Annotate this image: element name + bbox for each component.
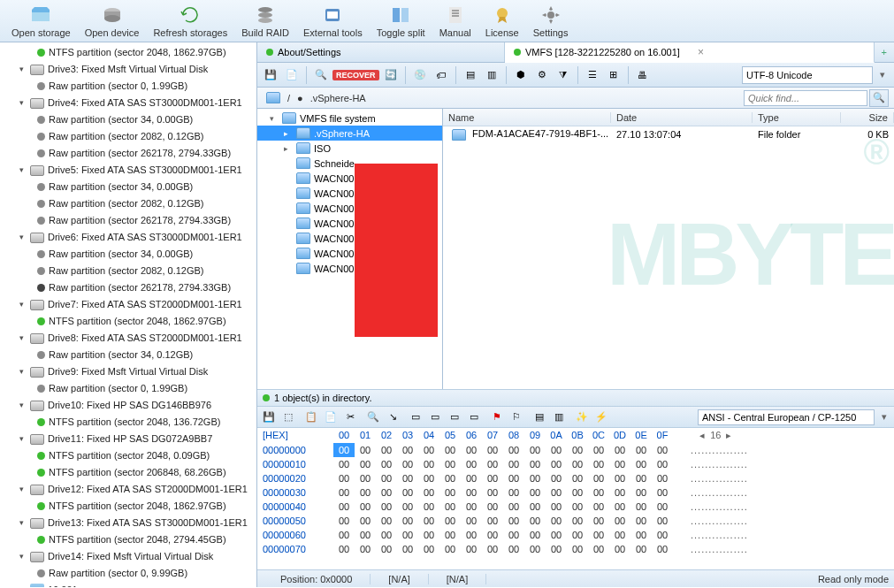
hex-byte[interactable]: 00 bbox=[355, 514, 376, 528]
paste-icon[interactable]: 📄 bbox=[323, 409, 339, 425]
toolbar-settings-button[interactable]: Settings bbox=[526, 3, 576, 40]
hex-byte[interactable]: 00 bbox=[355, 457, 376, 471]
tab-0[interactable]: About/Settings bbox=[257, 42, 505, 62]
hex-byte[interactable]: 00 bbox=[333, 514, 355, 528]
hex-view[interactable]: [HEX]000102030405060708090A0B0C0D0E0F◂ 1… bbox=[257, 428, 894, 569]
partition-node[interactable]: Raw partition (sector 2082, 0.12GB) bbox=[0, 263, 256, 279]
hex-byte[interactable]: 00 bbox=[397, 528, 418, 542]
hex-byte[interactable]: 00 bbox=[630, 485, 652, 500]
print-icon[interactable]: 🖶 bbox=[633, 65, 653, 85]
toolbar-tools-button[interactable]: External tools bbox=[296, 3, 370, 40]
hex-byte[interactable]: 00 bbox=[588, 514, 609, 528]
hex-byte[interactable]: 00 bbox=[333, 485, 355, 500]
hex-byte[interactable]: 00 bbox=[567, 443, 588, 457]
partition-node[interactable]: NTFS partition (sector 2048, 0.09GB) bbox=[0, 447, 256, 464]
hex-byte[interactable]: 00 bbox=[630, 528, 652, 542]
hex-byte[interactable]: 00 bbox=[397, 500, 418, 514]
hex-byte[interactable]: 00 bbox=[524, 514, 546, 528]
hex-byte[interactable]: 00 bbox=[461, 500, 482, 514]
hex-byte[interactable]: 00 bbox=[524, 457, 546, 471]
hex-byte[interactable]: 00 bbox=[461, 542, 482, 556]
hex-byte[interactable]: 00 bbox=[652, 471, 673, 485]
hex-byte[interactable]: 00 bbox=[567, 471, 588, 485]
panel-icon[interactable]: ▤ bbox=[531, 409, 547, 425]
hex-byte[interactable]: 00 bbox=[546, 485, 567, 500]
hex-byte[interactable]: 00 bbox=[567, 528, 588, 542]
hex-byte[interactable]: 00 bbox=[333, 542, 355, 556]
disk4-icon[interactable]: ▭ bbox=[466, 409, 482, 425]
toolbar-split-button[interactable]: Toggle split bbox=[370, 3, 432, 40]
hex-byte[interactable]: 00 bbox=[652, 514, 673, 528]
recover-button[interactable]: RECOVER bbox=[332, 70, 379, 80]
hex-byte[interactable]: 00 bbox=[418, 485, 439, 500]
column-header[interactable]: Date bbox=[611, 112, 753, 123]
hex-byte[interactable]: 00 bbox=[588, 457, 609, 471]
tree-icon[interactable]: ⊞ bbox=[604, 65, 623, 85]
hex-byte[interactable]: 00 bbox=[524, 528, 546, 542]
hex-byte[interactable]: 00 bbox=[418, 514, 439, 528]
hex-byte[interactable]: 00 bbox=[482, 514, 503, 528]
hex-byte[interactable]: 00 bbox=[609, 471, 630, 485]
hex-byte[interactable]: 00 bbox=[503, 485, 524, 500]
cols-icon[interactable]: ▥ bbox=[482, 65, 501, 85]
hex-byte[interactable]: 00 bbox=[397, 443, 418, 457]
hex-byte[interactable]: 00 bbox=[503, 528, 524, 542]
hex-pager[interactable]: ◂ 16 ▸ bbox=[699, 430, 732, 441]
partition-node[interactable]: Raw partition (sector 2082, 0.12GB) bbox=[0, 195, 256, 212]
save-as-icon[interactable]: 📄 bbox=[282, 65, 302, 85]
hex-byte[interactable]: 00 bbox=[482, 485, 503, 500]
hex-byte[interactable]: 00 bbox=[376, 542, 397, 556]
hex-byte[interactable]: 00 bbox=[439, 528, 461, 542]
hex-byte[interactable]: 00 bbox=[461, 528, 482, 542]
hex-byte[interactable]: 00 bbox=[503, 514, 524, 528]
drive-node[interactable]: ▾Drive6: Fixed ATA SAS ST3000DM001-1ER1 bbox=[0, 229, 256, 246]
filter-icon[interactable]: ⧩ bbox=[554, 65, 573, 85]
partition-node[interactable]: Raw partition (sector 2082, 0.12GB) bbox=[0, 128, 256, 145]
hex-byte[interactable]: 00 bbox=[609, 457, 630, 471]
partition-node[interactable]: Raw partition (sector 262178, 2794.33GB) bbox=[0, 279, 256, 296]
toolbar-device-button[interactable]: Open device bbox=[78, 3, 147, 40]
save-icon[interactable]: 💾 bbox=[261, 65, 280, 85]
drive-node[interactable]: ▾Drive10: Fixed HP SAS DG146BB976 bbox=[0, 397, 256, 414]
goto-icon[interactable]: ↘ bbox=[385, 409, 401, 425]
hex-byte[interactable]: 00 bbox=[439, 471, 461, 485]
hex-byte[interactable]: 00 bbox=[503, 457, 524, 471]
hex-byte[interactable]: 00 bbox=[439, 514, 461, 528]
hex-row[interactable]: 0000001000000000000000000000000000000000… bbox=[263, 457, 889, 471]
hex-byte[interactable]: 00 bbox=[652, 528, 673, 542]
toolbar-manual-button[interactable]: Manual bbox=[432, 3, 478, 40]
panel2-icon[interactable]: ▥ bbox=[551, 409, 567, 425]
hex-byte[interactable]: 00 bbox=[588, 471, 609, 485]
drive-node[interactable]: ▾Drive7: Fixed ATA SAS ST2000DM001-1ER1 bbox=[0, 296, 256, 313]
hex-byte[interactable]: 00 bbox=[630, 443, 652, 457]
drive-node[interactable]: ▾Drive14: Fixed Msft Virtual Virtual Dis… bbox=[0, 548, 256, 565]
hex-byte[interactable]: 00 bbox=[397, 514, 418, 528]
hex-byte[interactable]: 00 bbox=[524, 471, 546, 485]
hex-byte[interactable]: 00 bbox=[630, 471, 652, 485]
new-tab-button[interactable]: + bbox=[875, 42, 894, 62]
hex-byte[interactable]: 00 bbox=[609, 485, 630, 500]
hex-byte[interactable]: 00 bbox=[418, 457, 439, 471]
hex-row[interactable]: 0000004000000000000000000000000000000000… bbox=[263, 500, 889, 514]
hex-byte[interactable]: 00 bbox=[418, 471, 439, 485]
hex-byte[interactable]: 00 bbox=[461, 471, 482, 485]
hex-byte[interactable]: 00 bbox=[397, 457, 418, 471]
search-input[interactable] bbox=[744, 90, 867, 106]
find-icon[interactable]: 🔍 bbox=[311, 65, 331, 85]
hex-byte[interactable]: 00 bbox=[546, 500, 567, 514]
hex-byte[interactable]: 00 bbox=[609, 443, 630, 457]
hex-byte[interactable]: 00 bbox=[524, 443, 546, 457]
hex-byte[interactable]: 00 bbox=[439, 443, 461, 457]
hex-row[interactable]: 0000000000000000000000000000000000000000… bbox=[263, 443, 889, 457]
hex-byte[interactable]: 00 bbox=[546, 542, 567, 556]
hex-byte[interactable]: 00 bbox=[397, 542, 418, 556]
file-row[interactable]: FDM-A1ACAE47-7919-4BF1-...27.10 13:07:04… bbox=[443, 126, 894, 142]
drive-node[interactable]: ▾Drive8: Fixed ATA SAS ST2000DM001-1ER1 bbox=[0, 330, 256, 347]
hex-byte[interactable]: 00 bbox=[376, 528, 397, 542]
toolbar-license-button[interactable]: License bbox=[478, 3, 526, 40]
hex-byte[interactable]: 00 bbox=[482, 542, 503, 556]
hex-row[interactable]: 0000005000000000000000000000000000000000… bbox=[263, 514, 889, 528]
disk-icon[interactable]: 💿 bbox=[410, 65, 430, 85]
hex-byte[interactable]: 00 bbox=[482, 528, 503, 542]
hex-byte[interactable]: 00 bbox=[546, 528, 567, 542]
